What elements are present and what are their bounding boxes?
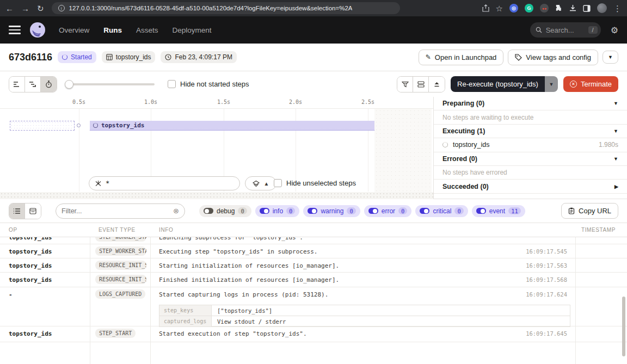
step-progress-spinner-icon xyxy=(442,142,448,147)
hide-not-started-checkbox[interactable] xyxy=(168,80,176,88)
copy-url-button[interactable]: Copy URL xyxy=(561,203,618,219)
step-selector-input[interactable] xyxy=(106,180,234,187)
clear-filter-icon[interactable]: ⊗ xyxy=(173,207,179,215)
toggle-icon xyxy=(476,208,486,214)
log-list-view-button[interactable] xyxy=(9,203,25,219)
nav-runs[interactable]: Runs xyxy=(103,26,122,34)
graph-query-toggle-button[interactable]: ▲ xyxy=(245,176,276,190)
gantt-scroll-track xyxy=(0,192,434,199)
reload-icon[interactable]: ↻ xyxy=(37,4,44,13)
chip-warning[interactable]: warning 0 xyxy=(303,205,360,217)
log-scrollbar-thumb[interactable] xyxy=(622,297,625,356)
collapse-panel-button[interactable] xyxy=(429,77,445,92)
gantt-time-axis: 0.5s 1.0s 1.5s 2.0s 2.5s xyxy=(0,97,434,109)
meta-key: step_keys xyxy=(159,305,212,316)
hide-unselected-checkbox[interactable] xyxy=(274,179,282,187)
event-type-badge: RESOURCE_INIT_STAR... xyxy=(95,261,146,270)
extension-avatar-icon[interactable]: ●● xyxy=(540,4,549,13)
global-search[interactable]: Search... / xyxy=(530,22,601,38)
timed-view-button[interactable] xyxy=(41,77,57,92)
chip-event[interactable]: event 11 xyxy=(472,205,525,217)
browser-chrome: ← → ↻ i 127.0.0.1:3000/runs/673d6116-052… xyxy=(0,0,627,16)
toggle-icon xyxy=(368,208,378,214)
executing-step-row[interactable]: topstory_ids 1.980s xyxy=(434,138,627,152)
hide-unselected-checkbox-row[interactable]: Hide unselected steps xyxy=(274,179,356,187)
profile-avatar[interactable] xyxy=(597,3,607,13)
search-shortcut-key: / xyxy=(588,26,598,34)
terminate-button[interactable]: ✕ Terminate xyxy=(563,76,618,92)
hide-not-started-checkbox-row[interactable]: Hide not started steps xyxy=(168,80,249,88)
layers-icon xyxy=(253,180,260,187)
chip-error[interactable]: error 0 xyxy=(364,205,412,217)
view-tags-config-button[interactable]: View tags and config xyxy=(508,50,598,65)
share-icon[interactable] xyxy=(482,4,489,12)
run-actions-menu-button[interactable]: ▼ xyxy=(603,51,618,64)
gantt-step-marker-icon xyxy=(77,124,81,127)
grammarly-extension-icon[interactable]: G xyxy=(525,4,533,13)
view-stdout-stderr-link[interactable]: View stdout / stderr xyxy=(212,316,570,326)
panel-layout-group xyxy=(397,76,445,92)
log-row[interactable]: topstory_ids RESOURCE_INIT_STAR... Start… xyxy=(0,258,627,273)
chevron-down-icon: ▼ xyxy=(608,54,613,60)
event-type-badge: STEP_WORKER_STARTED xyxy=(95,246,146,256)
open-in-launchpad-button[interactable]: ✎ Open in Launchpad xyxy=(419,50,504,65)
gear-icon[interactable]: ⚙ xyxy=(611,25,618,35)
axis-tick: 1.0s xyxy=(144,99,157,105)
log-filter-input-wrap: ⊗ xyxy=(56,203,185,219)
section-executing[interactable]: Executing (1) ▼ xyxy=(434,125,627,138)
extensions-puzzle-icon[interactable] xyxy=(555,4,563,12)
chip-critical[interactable]: critical 0 xyxy=(415,205,468,217)
back-icon[interactable]: ← xyxy=(5,4,14,13)
gantt-zoom-slider[interactable] xyxy=(65,77,155,92)
log-table-header: OP EVENT TYPE INFO TIMESTAMP xyxy=(0,223,627,237)
sidepanel-icon[interactable] xyxy=(583,5,591,12)
section-succeeded[interactable]: Succeeded (0) ▶ xyxy=(434,180,627,193)
log-row[interactable]: topstory_ids STEP_WORKER_STARTED Executi… xyxy=(0,244,627,258)
chevron-right-icon: ▶ xyxy=(614,184,618,189)
browser-menu-icon[interactable]: ⋮ xyxy=(613,4,622,13)
url-bar[interactable]: i 127.0.0.1:3000/runs/673d6116-0528-45df… xyxy=(52,2,400,14)
axis-tick: 1.5s xyxy=(217,99,230,105)
step-spinner-icon xyxy=(93,123,98,128)
filter-funnel-button[interactable] xyxy=(397,77,413,92)
reexecute-dropdown-caret[interactable]: ▼ xyxy=(545,76,558,92)
step-status-panel: Preparing (0) ▼ No steps are waiting to … xyxy=(434,97,627,199)
password-extension-icon[interactable]: ◎ xyxy=(509,4,518,13)
flat-view-button[interactable] xyxy=(9,77,25,92)
axis-tick: 2.5s xyxy=(361,99,374,105)
meta-key: captured_logs xyxy=(159,316,212,326)
chevron-down-icon: ▼ xyxy=(613,101,618,106)
reexecute-button[interactable]: Re-execute (topstory_ids) xyxy=(451,76,545,92)
chip-info[interactable]: info 0 xyxy=(255,205,300,217)
slider-knob[interactable] xyxy=(65,80,73,89)
nav-assets[interactable]: Assets xyxy=(136,26,158,34)
job-tag[interactable]: topstory_ids xyxy=(102,51,156,63)
split-rows-button[interactable] xyxy=(413,77,429,92)
log-row[interactable]: topstory_ids STEP_START Started executio… xyxy=(0,326,627,342)
log-view-mode-group xyxy=(9,203,41,219)
search-placeholder: Search... xyxy=(546,26,585,34)
nav-deployment[interactable]: Deployment xyxy=(173,26,212,34)
download-icon[interactable] xyxy=(569,4,576,12)
dagster-logo[interactable] xyxy=(29,22,46,38)
app-nav: Overview Runs Assets Deployment Search..… xyxy=(0,16,627,44)
nav-overview[interactable]: Overview xyxy=(59,26,89,34)
log-structured-view-button[interactable] xyxy=(25,203,41,219)
selection-syntax-icon xyxy=(95,180,102,187)
log-filter-input[interactable] xyxy=(62,207,170,215)
gantt-step-bar[interactable]: topstory_ids xyxy=(90,121,374,131)
section-errored[interactable]: Errored (0) ▼ xyxy=(434,152,627,166)
section-preparing[interactable]: Preparing (0) ▼ xyxy=(434,97,627,110)
hamburger-menu-icon[interactable] xyxy=(9,26,21,34)
chip-debug[interactable]: debug 0 xyxy=(199,205,251,217)
log-row-partial[interactable]: topstory_ids STEP_WORKER_STARTI... Launc… xyxy=(0,237,627,244)
toggle-icon xyxy=(308,208,317,214)
site-info-icon[interactable]: i xyxy=(58,5,65,11)
bookmark-star-icon[interactable]: ☆ xyxy=(496,4,503,13)
forward-icon[interactable]: → xyxy=(21,4,29,13)
log-row[interactable]: topstory_ids RESOURCE_INIT_SUCC... Finis… xyxy=(0,273,627,287)
meta-value: ["topstory_ids"] xyxy=(212,305,570,316)
pencil-icon: ✎ xyxy=(426,53,431,61)
log-row-logs-captured[interactable]: - LOGS_CAPTURED Started capturing logs i… xyxy=(0,287,627,326)
waterfall-view-button[interactable] xyxy=(25,77,41,92)
